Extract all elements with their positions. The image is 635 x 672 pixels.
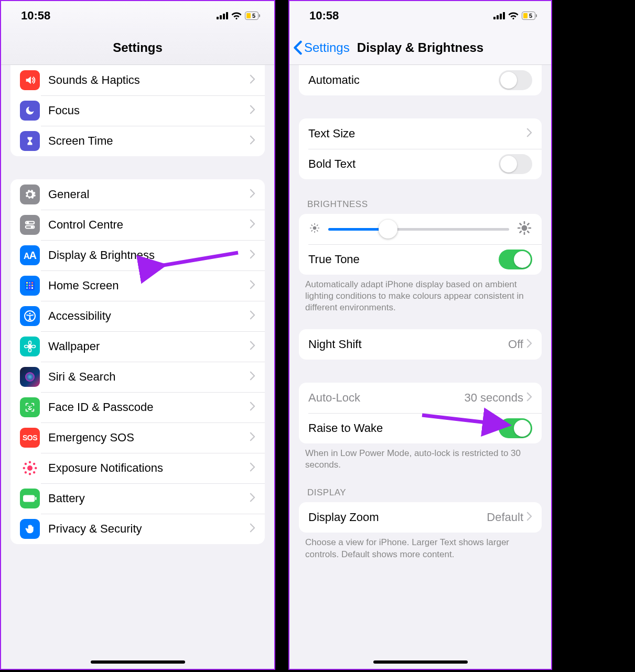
settings-row-control[interactable]: Control Centre [10,210,265,240]
true-tone-row[interactable]: True Tone [299,244,542,275]
settings-list[interactable]: Sounds & HapticsFocusScreen Time General… [1,65,274,669]
svg-rect-34 [29,287,30,289]
svg-point-40 [29,349,31,352]
wifi-icon [231,12,242,20]
auto-lock-label: Auto-Lock [308,391,464,405]
nav-header: Settings [1,30,274,65]
chevron-right-icon [250,432,255,443]
settings-row-sounds[interactable]: Sounds & Haptics [10,65,265,95]
auto-lock-value: 30 seconds [464,391,523,405]
settings-row-display[interactable]: AADisplay & Brightness [10,240,265,270]
status-icons: 5 [493,12,535,20]
svg-point-54 [34,463,35,464]
text-size-label: Text Size [308,127,526,140]
chevron-right-icon [526,339,532,350]
chevron-right-icon [250,310,255,322]
svg-point-48 [29,473,30,475]
brightness-slider-row[interactable] [299,214,542,244]
settings-row-siri[interactable]: Siri & Search [10,362,265,392]
status-bar: 10:58 5 [289,1,551,30]
chevron-right-icon [250,462,255,474]
display-zoom-group: Display Zoom Default [299,502,542,533]
text-size-row[interactable]: Text Size [299,118,542,149]
bold-text-toggle[interactable] [499,154,532,174]
brightness-slider[interactable] [328,228,509,231]
face-icon [20,397,40,417]
brightness-header: BRIGHTNESS [289,195,551,214]
settings-row-focus[interactable]: Focus [10,95,265,126]
display-header: DISPLAY [289,483,551,502]
chevron-right-icon [250,250,255,261]
back-button[interactable]: Settings [293,30,350,64]
svg-rect-33 [26,287,28,289]
raise-to-wake-row[interactable]: Raise to Wake [299,413,542,443]
row-label: Accessibility [48,309,250,323]
chevron-right-icon [250,493,255,504]
chevron-right-icon [526,128,532,139]
svg-point-46 [27,465,33,471]
row-label: General [48,188,250,201]
settings-row-general[interactable]: General [10,179,265,210]
settings-row-access[interactable]: Accessibility [10,301,265,331]
row-label: Display & Brightness [48,248,250,262]
battery-icon: 5 [522,12,535,20]
screen-icon [20,131,40,151]
automatic-toggle[interactable] [499,70,532,90]
settings-row-expo[interactable]: Exposure Notifications [10,453,265,483]
status-time: 10:58 [21,9,50,23]
home-icon [20,276,40,296]
display-brightness-screen: 10:58 5 Settings Display & Brightness Au… [288,0,552,670]
svg-rect-31 [29,285,30,286]
raise-to-wake-toggle[interactable] [499,418,532,438]
settings-row-batt[interactable]: Battery [10,483,265,514]
wifi-icon [508,12,519,20]
page-title: Display & Brightness [357,40,483,55]
settings-group: Sounds & HapticsFocusScreen Time [10,65,265,156]
row-label: Battery [48,492,250,505]
svg-point-49 [23,467,25,469]
display-settings-list[interactable]: Automatic Text Size Bold Text BRIGHTNESS [289,65,551,669]
settings-row-priv[interactable]: Privacy & Security [10,514,265,544]
home-indicator [373,660,468,664]
priv-icon [20,519,40,539]
svg-rect-29 [31,282,33,284]
bold-text-label: Bold Text [308,157,499,171]
row-label: Face ID & Passcode [48,400,250,414]
automatic-label: Automatic [308,73,499,87]
settings-row-wall[interactable]: Wallpaper [10,331,265,362]
siri-icon [20,367,40,387]
true-tone-label: True Tone [308,253,499,266]
chevron-right-icon [526,392,532,404]
true-tone-footer: Automatically adapt iPhone display based… [289,275,551,313]
night-shift-row[interactable]: Night Shift Off [299,329,542,360]
automatic-row[interactable]: Automatic [299,65,542,95]
row-label: Control Centre [48,218,250,232]
true-tone-toggle[interactable] [499,250,532,269]
sounds-icon [20,70,40,90]
general-icon [20,185,40,204]
display-zoom-value: Default [487,511,523,524]
svg-rect-35 [31,287,33,289]
display-zoom-row[interactable]: Display Zoom Default [299,502,542,533]
auto-lock-row[interactable]: Auto-Lock 30 seconds [299,383,542,413]
night-shift-group: Night Shift Off [299,329,542,360]
settings-row-sos[interactable]: SOSEmergency SOS [10,422,265,453]
bold-text-row[interactable]: Bold Text [299,149,542,179]
focus-icon [20,101,40,121]
svg-point-52 [34,472,35,473]
svg-point-41 [25,345,28,348]
svg-point-42 [32,345,36,348]
batt-icon [20,489,40,508]
svg-rect-30 [26,285,28,286]
nav-header: Settings Display & Brightness [289,30,551,65]
row-label: Focus [48,104,250,117]
home-indicator [91,660,185,664]
settings-row-face[interactable]: Face ID & Passcode [10,392,265,422]
settings-row-home[interactable]: Home Screen [10,270,265,301]
settings-screen: 10:58 5 Settings Sounds & HapticsFocusSc… [0,0,275,670]
control-icon [20,215,40,235]
svg-point-43 [25,372,35,382]
chevron-right-icon [250,371,255,383]
settings-row-screen[interactable]: Screen Time [10,126,265,156]
brightness-low-icon [309,223,320,235]
